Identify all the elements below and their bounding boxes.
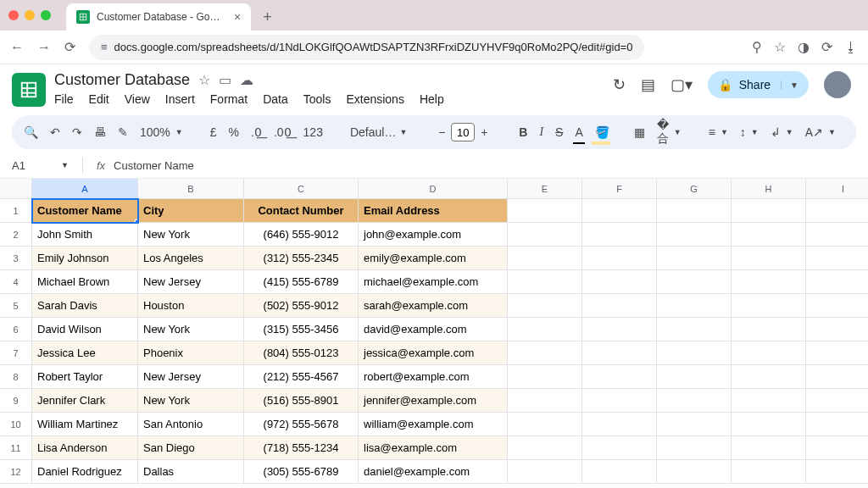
url-field[interactable]: ≡ docs.google.com/spreadsheets/d/1NdLOKG…: [89, 35, 644, 60]
column-header-A[interactable]: A: [32, 179, 138, 199]
cell[interactable]: (315) 555-3456: [244, 318, 359, 341]
cell[interactable]: Robert Taylor: [32, 365, 138, 389]
column-header-G[interactable]: G: [657, 179, 732, 199]
star-icon[interactable]: ☆: [198, 72, 210, 88]
undo-button[interactable]: ↶: [48, 122, 62, 142]
cell[interactable]: [657, 247, 732, 270]
cell[interactable]: [657, 199, 732, 223]
cell[interactable]: william@example.com: [359, 413, 508, 436]
cell[interactable]: [806, 460, 868, 484]
account-avatar[interactable]: [824, 71, 851, 98]
menu-file[interactable]: File: [54, 92, 74, 106]
cell[interactable]: michael@example.com: [359, 270, 508, 294]
cell[interactable]: Jennifer Clark: [32, 389, 138, 413]
cell[interactable]: Daniel Rodriguez: [32, 460, 138, 484]
share-dropdown-icon[interactable]: ▼: [781, 80, 798, 90]
cell[interactable]: lisa@example.com: [359, 436, 508, 460]
cell[interactable]: john@example.com: [359, 223, 508, 247]
column-header-B[interactable]: B: [138, 179, 244, 199]
column-header-E[interactable]: E: [508, 179, 582, 199]
merge-cells-button[interactable]: �合▼: [655, 114, 683, 150]
move-icon[interactable]: ▭: [219, 72, 231, 88]
cell[interactable]: [806, 247, 868, 270]
cell[interactable]: [732, 341, 806, 365]
cell[interactable]: [657, 223, 732, 247]
cell[interactable]: sarah@example.com: [359, 294, 508, 318]
search-menus-icon[interactable]: 🔍: [22, 122, 40, 142]
cell[interactable]: [582, 365, 657, 389]
row-header-10[interactable]: 10: [0, 413, 32, 436]
font-size-input[interactable]: [451, 123, 475, 141]
horizontal-align-button[interactable]: ≡▼: [707, 122, 730, 142]
row-header-6[interactable]: 6: [0, 318, 32, 341]
cell[interactable]: New York: [138, 223, 244, 247]
cell[interactable]: [582, 270, 657, 294]
menu-extensions[interactable]: Extensions: [346, 92, 403, 106]
cell[interactable]: [508, 341, 582, 365]
cell[interactable]: (646) 555-9012: [244, 223, 359, 247]
cell[interactable]: Phoenix: [138, 341, 244, 365]
cell[interactable]: [806, 436, 868, 460]
cell[interactable]: daniel@example.com: [359, 460, 508, 484]
cell[interactable]: (972) 555-5678: [244, 413, 359, 436]
cell[interactable]: New York: [138, 318, 244, 341]
row-header-3[interactable]: 3: [0, 247, 32, 270]
cell[interactable]: [657, 318, 732, 341]
cell[interactable]: emily@example.com: [359, 247, 508, 270]
cell[interactable]: [806, 341, 868, 365]
column-header-H[interactable]: H: [732, 179, 806, 199]
cell[interactable]: [508, 413, 582, 436]
cell[interactable]: [657, 460, 732, 484]
currency-button[interactable]: £: [209, 122, 219, 142]
cell[interactable]: [732, 365, 806, 389]
row-header-7[interactable]: 7: [0, 341, 32, 365]
italic-button[interactable]: I: [537, 122, 545, 142]
cell[interactable]: [582, 199, 657, 223]
name-box[interactable]: A1: [12, 159, 51, 172]
cell[interactable]: [806, 223, 868, 247]
cell[interactable]: [806, 365, 868, 389]
menu-help[interactable]: Help: [420, 92, 444, 106]
text-wrap-button[interactable]: ↲▼: [769, 122, 795, 142]
maximize-window-button[interactable]: [41, 10, 51, 20]
decrease-decimal-button[interactable]: .0͟: [249, 122, 264, 142]
puzzle-icon[interactable]: ⟳: [821, 39, 832, 55]
cell[interactable]: [508, 365, 582, 389]
header-cell[interactable]: Contact Number: [244, 199, 359, 223]
redo-button[interactable]: ↷: [70, 122, 84, 142]
cloud-status-icon[interactable]: ☁: [240, 72, 253, 88]
header-cell[interactable]: Email Address: [359, 199, 508, 223]
new-tab-button[interactable]: +: [263, 8, 272, 26]
row-header-1[interactable]: 1: [0, 199, 32, 223]
cell[interactable]: [582, 247, 657, 270]
cell[interactable]: (212) 555-4567: [244, 365, 359, 389]
search-icon[interactable]: ⚲: [752, 39, 762, 55]
cell[interactable]: David Wilson: [32, 318, 138, 341]
cell[interactable]: [657, 294, 732, 318]
cell[interactable]: [657, 365, 732, 389]
row-header-5[interactable]: 5: [0, 294, 32, 318]
cell[interactable]: [508, 199, 582, 223]
cell[interactable]: Sarah Davis: [32, 294, 138, 318]
bold-button[interactable]: B: [517, 122, 529, 142]
reload-button[interactable]: ⟳: [64, 39, 75, 55]
row-header-4[interactable]: 4: [0, 270, 32, 294]
back-button[interactable]: ←: [10, 40, 24, 55]
column-header-C[interactable]: C: [244, 179, 359, 199]
minimize-window-button[interactable]: [25, 10, 35, 20]
cell[interactable]: Emily Johnson: [32, 247, 138, 270]
text-rotation-button[interactable]: A↗▼: [804, 122, 837, 142]
bookmark-icon[interactable]: ☆: [774, 39, 786, 55]
cell[interactable]: [508, 436, 582, 460]
cell[interactable]: (718) 555-1234: [244, 436, 359, 460]
cell[interactable]: [657, 436, 732, 460]
cell[interactable]: Lisa Anderson: [32, 436, 138, 460]
site-info-icon[interactable]: ≡: [101, 41, 108, 53]
text-color-button[interactable]: A: [573, 122, 584, 142]
row-header-8[interactable]: 8: [0, 365, 32, 389]
cell[interactable]: Houston: [138, 294, 244, 318]
cell[interactable]: [732, 199, 806, 223]
cell[interactable]: [732, 460, 806, 484]
cell[interactable]: John Smith: [32, 223, 138, 247]
row-header-2[interactable]: 2: [0, 223, 32, 247]
